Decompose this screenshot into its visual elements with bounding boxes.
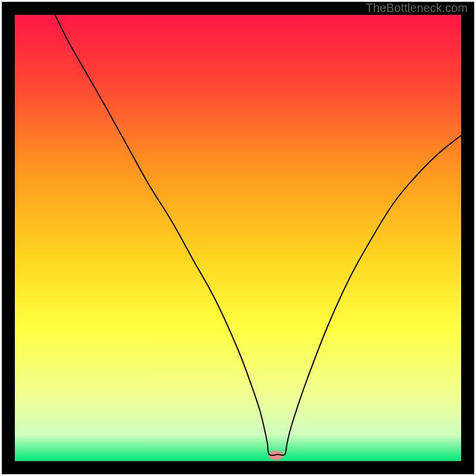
bottleneck-chart bbox=[0, 0, 476, 476]
chart-container: TheBottleneck.com bbox=[0, 0, 476, 476]
plot-background bbox=[15, 15, 461, 461]
watermark-text: TheBottleneck.com bbox=[366, 1, 468, 15]
